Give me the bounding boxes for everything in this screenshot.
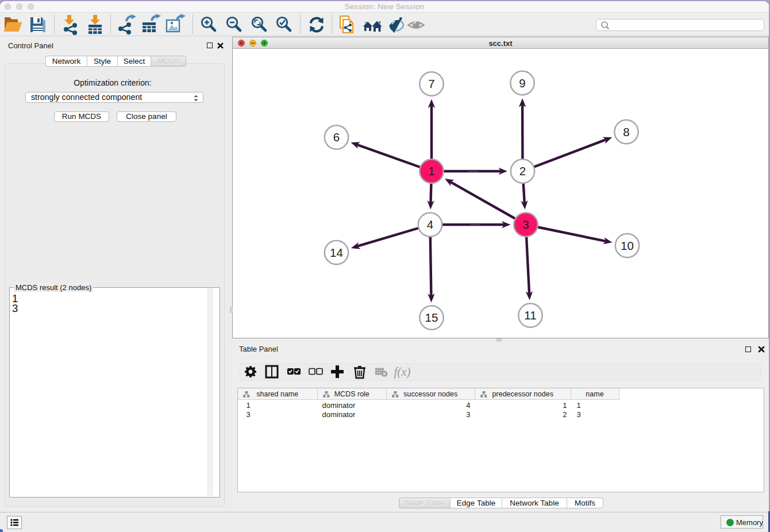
svg-text:15: 15 xyxy=(425,311,438,324)
svg-text:6: 6 xyxy=(333,130,339,144)
svg-text:2: 2 xyxy=(519,164,525,178)
svg-text:3: 3 xyxy=(522,218,529,231)
svg-text:8: 8 xyxy=(623,125,629,138)
svg-text:14: 14 xyxy=(330,245,343,259)
svg-text:11: 11 xyxy=(524,309,536,322)
svg-text:9: 9 xyxy=(519,76,525,89)
svg-text:10: 10 xyxy=(621,238,634,252)
svg-text:7: 7 xyxy=(428,77,434,90)
svg-text:4: 4 xyxy=(426,218,433,231)
svg-text:f(x): f(x) xyxy=(394,365,410,379)
svg-text:1: 1 xyxy=(428,164,434,178)
